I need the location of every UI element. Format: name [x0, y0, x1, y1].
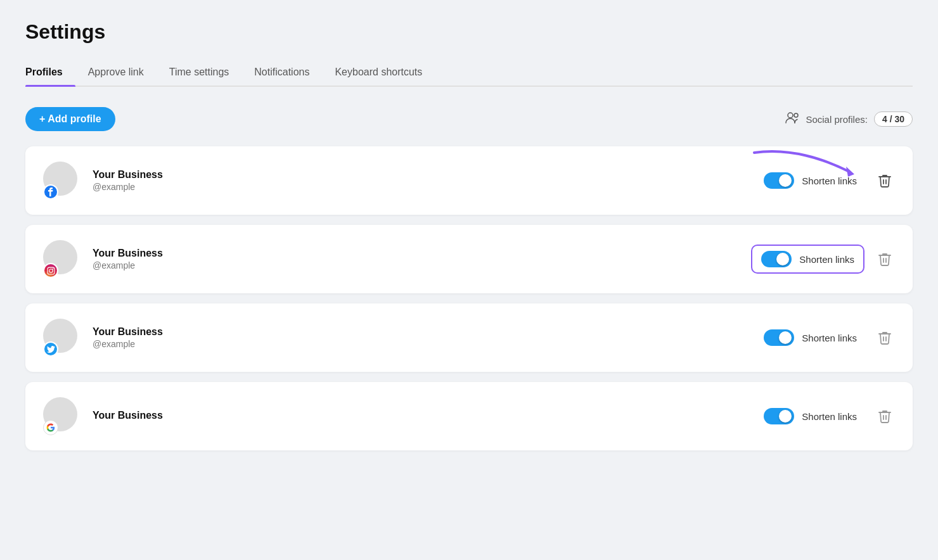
- profile-info: Your Business: [93, 410, 756, 423]
- svg-point-1: [794, 113, 798, 117]
- tabs-nav: Profiles Approve link Time settings Noti…: [25, 59, 913, 87]
- svg-point-5: [52, 268, 53, 269]
- profile-avatar: [43, 162, 81, 200]
- profile-info: Your Business @example: [93, 169, 756, 192]
- profile-card: Your Business Shorten links: [25, 382, 913, 450]
- profile-handle: @example: [93, 182, 756, 192]
- social-profiles-label: Social profiles:: [806, 114, 868, 125]
- toolbar: + Add profile Social profiles: 4 / 30: [25, 107, 913, 131]
- profile-actions: Shorten links: [756, 324, 895, 351]
- shorten-links-toggle[interactable]: [764, 408, 794, 424]
- google-icon: [43, 420, 58, 435]
- profile-name: Your Business: [93, 326, 756, 338]
- profile-handle: @example: [93, 339, 756, 349]
- profile-card: Your Business @example Shorten links: [25, 303, 913, 372]
- profile-actions: Shorten links: [751, 245, 895, 274]
- add-profile-button[interactable]: + Add profile: [25, 107, 115, 131]
- twitter-icon: [43, 341, 58, 357]
- shorten-links-group: Shorten links: [756, 403, 864, 430]
- delete-profile-button[interactable]: [875, 405, 895, 427]
- profile-name: Your Business: [93, 410, 756, 421]
- profile-actions: Shorten links: [756, 167, 895, 194]
- social-profiles-info: Social profiles: 4 / 30: [785, 111, 913, 127]
- tab-notifications[interactable]: Notifications: [241, 59, 322, 86]
- tab-approve-link[interactable]: Approve link: [75, 59, 157, 86]
- shorten-links-group: Shorten links: [756, 167, 864, 194]
- shorten-links-group: Shorten links: [756, 324, 864, 351]
- page-title: Settings: [25, 20, 913, 44]
- tab-time-settings[interactable]: Time settings: [157, 59, 242, 86]
- shorten-label: Shorten links: [802, 411, 857, 422]
- people-icon: [785, 112, 799, 127]
- profile-info: Your Business @example: [93, 326, 756, 349]
- profile-actions: Shorten links: [756, 403, 895, 430]
- profile-handle: @example: [93, 260, 751, 270]
- shorten-label: Shorten links: [802, 175, 857, 186]
- tab-profiles[interactable]: Profiles: [25, 59, 75, 86]
- svg-point-0: [788, 113, 793, 118]
- profile-avatar: [43, 319, 81, 357]
- svg-rect-3: [48, 267, 55, 274]
- tab-keyboard-shortcuts[interactable]: Keyboard shortcuts: [322, 59, 435, 86]
- instagram-icon: [43, 263, 58, 278]
- profile-name: Your Business: [93, 169, 756, 181]
- shorten-links-toggle[interactable]: [764, 329, 794, 346]
- profile-avatar: [43, 397, 81, 435]
- delete-profile-button[interactable]: [875, 248, 895, 270]
- profile-name: Your Business: [93, 248, 751, 259]
- delete-profile-button[interactable]: [875, 170, 895, 191]
- social-profiles-count: 4 / 30: [874, 111, 913, 127]
- delete-profile-button[interactable]: [875, 327, 895, 348]
- profile-card: Your Business @example Shorten links: [25, 146, 913, 215]
- shorten-label: Shorten links: [802, 333, 857, 343]
- profile-avatar: [43, 240, 81, 278]
- shorten-links-group-highlighted: Shorten links: [751, 245, 864, 274]
- shorten-links-toggle[interactable]: [764, 172, 794, 189]
- facebook-icon: [43, 184, 58, 200]
- svg-point-4: [49, 269, 52, 272]
- shorten-links-toggle[interactable]: [761, 251, 792, 267]
- profile-info: Your Business @example: [93, 248, 751, 270]
- shorten-label: Shorten links: [799, 254, 854, 265]
- profile-card: Your Business @example Shorten links: [25, 225, 913, 293]
